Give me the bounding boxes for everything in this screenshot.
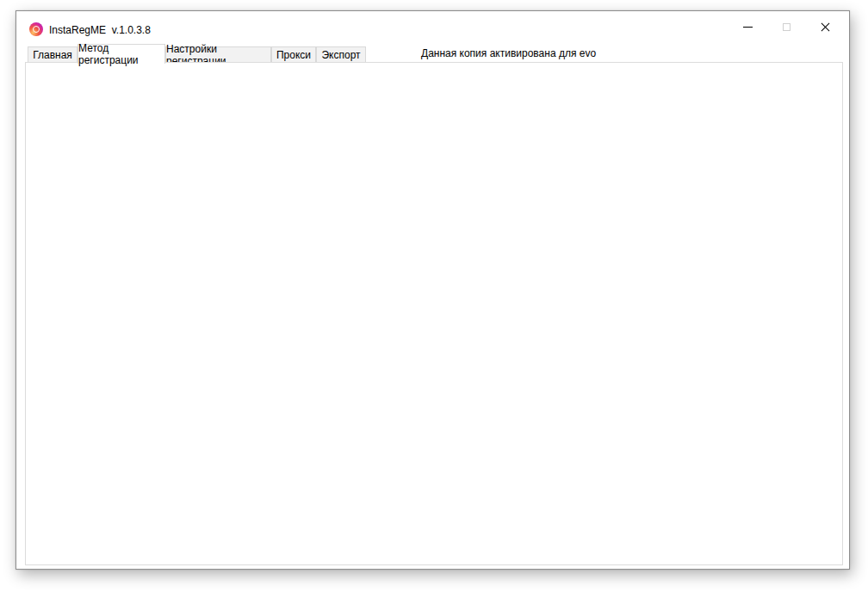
maximize-button — [767, 11, 806, 42]
license-note: Данная копия активирована для evo — [421, 47, 596, 59]
tab-eksport[interactable]: Экспорт — [316, 46, 366, 63]
close-icon — [821, 22, 830, 32]
window-title: InstaRegME v.1.0.3.8 — [49, 24, 151, 36]
titlebar[interactable]: InstaRegME v.1.0.3.8 — [16, 11, 849, 44]
close-button[interactable] — [806, 11, 845, 42]
app-icon — [29, 22, 43, 36]
window-controls — [728, 11, 845, 42]
tab-page — [25, 62, 843, 565]
minimize-button[interactable] — [728, 11, 767, 42]
maximize-icon — [783, 23, 790, 31]
tab-proksi[interactable]: Прокси — [271, 46, 316, 63]
tab-nastroyki-registracii[interactable]: Настройки регистрации — [165, 46, 271, 63]
tab-metod-registracii[interactable]: Метод регистрации — [78, 44, 165, 64]
minimize-icon — [743, 27, 753, 28]
tab-glavnaya[interactable]: Главная — [28, 46, 78, 63]
app-window: InstaRegME v.1.0.3.8 Главная Метод регис… — [16, 10, 850, 570]
